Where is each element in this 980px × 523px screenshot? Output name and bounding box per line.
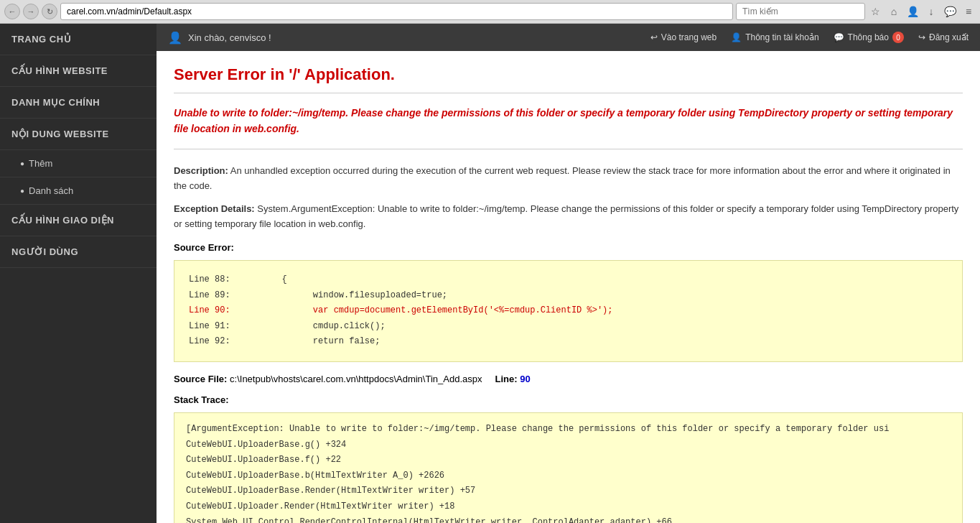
download-icon[interactable]: ↓ xyxy=(924,4,938,19)
source-line-92: Line 92: return false; xyxy=(189,334,948,350)
stack-line-3: CuteWebUI.UploaderBase.f() +22 xyxy=(186,453,951,468)
notif-icon: 💬 xyxy=(834,32,844,42)
browser-toolbar: ← → ↻ ☆ ⌂ 👤 ↓ 💬 ≡ xyxy=(0,0,980,23)
chat-icon[interactable]: 💬 xyxy=(943,4,957,19)
source-line-label: Line: xyxy=(495,374,518,384)
sidebar-item-danh-muc-chinh[interactable]: DANH MỤC CHÍNH xyxy=(0,87,157,119)
nav-web-button[interactable]: ↩ Vào trang web xyxy=(650,32,717,42)
source-line-number: 90 xyxy=(520,374,530,384)
bullet-icon: ● xyxy=(20,159,24,167)
content-area: Server Error in '/' Application. Unable … xyxy=(157,51,980,523)
nav-web-icon: ↩ xyxy=(650,32,658,42)
sidebar-item-trang-chu[interactable]: TRANG CHỦ xyxy=(0,24,157,55)
bullet-icon: ● xyxy=(20,187,24,195)
user-icon[interactable]: 👤 xyxy=(905,4,920,19)
sidebar-item-danh-sach[interactable]: ● Danh sách xyxy=(0,177,157,205)
stack-box: [ArgumentException: Unable to write to f… xyxy=(174,412,963,523)
back-button[interactable]: ← xyxy=(4,4,20,19)
forward-button[interactable]: → xyxy=(23,4,39,19)
logout-icon: ↪ xyxy=(918,32,925,42)
account-info-label: Thông tin tài khoản xyxy=(745,32,818,42)
source-line-88: Line 88: { xyxy=(189,272,948,288)
account-icon: 👤 xyxy=(731,32,742,42)
source-error-title: Source Error: xyxy=(174,242,963,253)
error-title: Server Error in '/' Application. xyxy=(174,65,963,93)
admin-user-icon: 👤 xyxy=(168,31,182,45)
menu-icon[interactable]: ≡ xyxy=(961,4,976,19)
source-line-91: Line 91: cmdup.click(); xyxy=(189,319,948,335)
search-bar[interactable] xyxy=(736,3,865,20)
notif-badge: 0 xyxy=(892,32,904,43)
home-icon[interactable]: ⌂ xyxy=(887,4,901,19)
error-description: Description: An unhandled exception occu… xyxy=(174,164,963,194)
sidebar-item-cau-hinh-giao-dien[interactable]: CẤU HÌNH GIAO DIỆN xyxy=(0,205,157,236)
star-icon[interactable]: ☆ xyxy=(868,4,882,19)
line-num-91: Line 91: xyxy=(189,321,230,331)
account-info-button[interactable]: 👤 Thông tin tài khoản xyxy=(731,32,818,42)
notif-label: Thông báo xyxy=(848,32,889,42)
description-text: An unhandled exception occurred during t… xyxy=(174,165,951,191)
browser-chrome: ← → ↻ ☆ ⌂ 👤 ↓ 💬 ≡ xyxy=(0,0,980,24)
source-file-label: Source File: xyxy=(174,374,227,384)
admin-bar-right: ↩ Vào trang web 👤 Thông tin tài khoản 💬 … xyxy=(650,32,969,43)
description-label: Description: xyxy=(174,165,228,176)
logout-label: Đăng xuất xyxy=(929,32,969,42)
admin-bar: 👤 Xin chào, cenvisco ! ↩ Vào trang web 👤… xyxy=(157,24,980,51)
source-file: Source File: c:\Inetpub\vhosts\carel.com… xyxy=(174,374,963,384)
admin-greeting: Xin chào, cenvisco ! xyxy=(188,32,271,43)
notifications-button[interactable]: 💬 Thông báo 0 xyxy=(834,32,904,43)
stack-line-1: [ArgumentException: Unable to write to f… xyxy=(186,422,951,438)
exception-label: Exception Details: xyxy=(174,203,255,214)
source-line-90: Line 90: var cmdup=document.getElementBy… xyxy=(189,303,948,319)
source-line-89: Line 89: window.filesuploaded=true; xyxy=(189,288,948,304)
stack-line-4: CuteWebUI.UploaderBase.b(HtmlTextWriter … xyxy=(186,468,951,484)
sidebar: TRANG CHỦ CẤU HÌNH WEBSITE DANH MỤC CHÍN… xyxy=(0,24,157,523)
sidebar-item-danh-sach-label: Danh sách xyxy=(29,185,73,196)
source-file-path: c:\Inetpub\vhosts\carel.com.vn\httpdocs\… xyxy=(230,374,482,384)
admin-bar-left: 👤 Xin chào, cenvisco ! xyxy=(168,31,650,45)
sidebar-section-noi-dung: NỘI DUNG WEBSITE xyxy=(0,119,157,150)
stack-line-6: CuteWebUI.Uploader.Render(HtmlTextWriter… xyxy=(186,499,951,515)
line-num-89: Line 89: xyxy=(189,290,230,300)
line-num-88: Line 88: xyxy=(189,274,230,284)
sidebar-item-them-label: Thêm xyxy=(29,158,52,169)
sidebar-item-them[interactable]: ● Thêm xyxy=(0,150,157,177)
line-num-92: Line 92: xyxy=(189,336,230,346)
exception-text: System.ArgumentException: Unable to writ… xyxy=(174,203,958,229)
refresh-button[interactable]: ↻ xyxy=(42,4,57,19)
stack-line-7: System.Web.UI.Control.RenderControlInter… xyxy=(186,515,951,524)
nav-web-label: Vào trang web xyxy=(661,32,717,42)
line-num-90: Line 90: xyxy=(189,305,230,315)
stack-line-2: CuteWebUI.UploaderBase.g() +324 xyxy=(186,438,951,453)
sidebar-item-cau-hinh-website[interactable]: CẤU HÌNH WEBSITE xyxy=(0,55,157,87)
app-body: TRANG CHỦ CẤU HÌNH WEBSITE DANH MỤC CHÍN… xyxy=(0,24,980,523)
source-box: Line 88: { Line 89: window.filesuploaded… xyxy=(174,260,963,362)
stack-trace-title: Stack Trace: xyxy=(174,394,963,405)
stack-line-5: CuteWebUI.UploaderBase.Render(HtmlTextWr… xyxy=(186,483,951,499)
error-exception: Exception Details: System.ArgumentExcept… xyxy=(174,202,963,232)
sidebar-item-nguoi-dung[interactable]: NGƯỜI DÙNG xyxy=(0,236,157,268)
address-bar[interactable] xyxy=(60,3,733,20)
browser-icons: ☆ ⌂ 👤 ↓ 💬 ≡ xyxy=(868,4,976,19)
error-message: Unable to write to folder:~/img/temp. Pl… xyxy=(174,105,963,149)
logout-button[interactable]: ↪ Đăng xuất xyxy=(918,32,969,42)
